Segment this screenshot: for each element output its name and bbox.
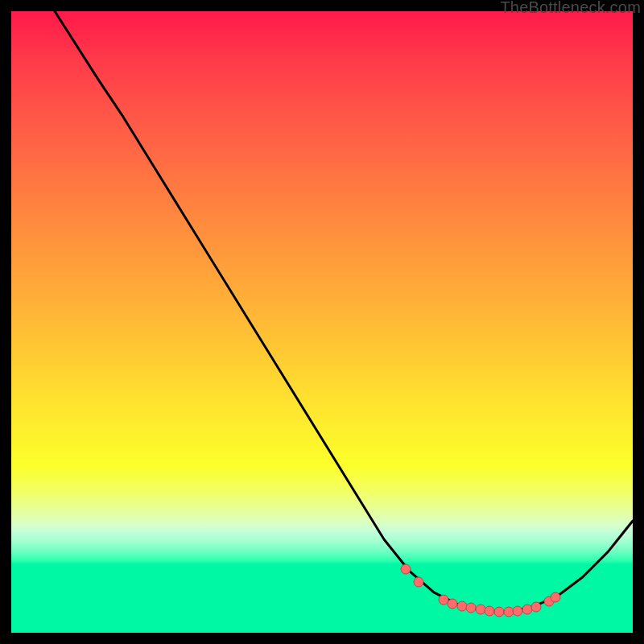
- marker-dot: [401, 564, 411, 575]
- marker-dot: [550, 592, 560, 602]
- marker-dot: [531, 602, 542, 613]
- attribution-text: TheBottleneck.com: [500, 0, 641, 17]
- bottleneck-curve: [11, 11, 633, 633]
- marker-dot: [413, 576, 423, 587]
- chart-plot-area: [11, 11, 633, 633]
